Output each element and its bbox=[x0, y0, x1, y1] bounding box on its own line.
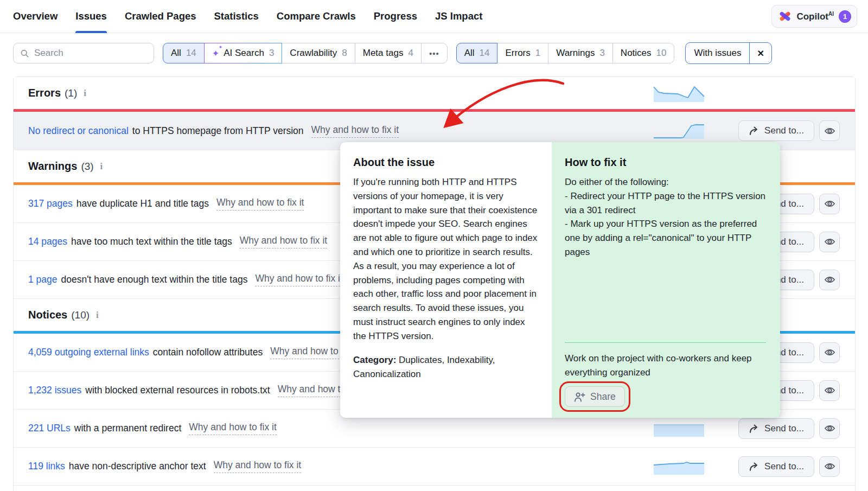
eye-icon bbox=[824, 346, 836, 359]
close-icon[interactable]: ✕ bbox=[749, 43, 771, 63]
issue-row-anchor-text[interactable]: 119 links have non-descriptive anchor te… bbox=[14, 448, 855, 486]
filter-bar: All14 ✦✦ AI Search3 Crawlability8 Meta t… bbox=[13, 43, 855, 63]
forward-arrow-icon bbox=[749, 126, 760, 136]
about-the-issue-panel: About the issue If you're running both H… bbox=[340, 142, 552, 418]
filter-all-severities[interactable]: All14 bbox=[456, 43, 498, 63]
copilot-label: CopilotAI bbox=[796, 11, 834, 22]
why-how-to-fix-link[interactable]: Why and how to fix it bbox=[189, 422, 276, 435]
errors-title: Errors bbox=[28, 87, 61, 99]
issue-link[interactable]: 317 pages bbox=[28, 198, 73, 209]
with-issues-filter-chip[interactable]: With issues ✕ bbox=[685, 42, 771, 64]
how-to-fix-panel: How to fix it Do either of the following… bbox=[552, 142, 780, 418]
view-details-button[interactable] bbox=[819, 270, 840, 290]
tab-overview[interactable]: Overview bbox=[13, 0, 58, 33]
info-icon[interactable]: i bbox=[84, 88, 86, 99]
view-details-button[interactable] bbox=[819, 194, 840, 214]
eye-icon bbox=[824, 125, 836, 137]
why-how-to-fix-link[interactable]: Why and how to fix it bbox=[216, 197, 304, 211]
view-details-button[interactable] bbox=[819, 380, 840, 401]
view-details-button[interactable] bbox=[819, 456, 840, 477]
sparkles-icon: ✦✦ bbox=[212, 48, 219, 59]
why-how-to-fix-link[interactable]: Why and how to fix it bbox=[311, 124, 399, 138]
trend-sparkline bbox=[653, 122, 705, 139]
tab-progress[interactable]: Progress bbox=[374, 0, 417, 33]
send-to-button[interactable]: Send to... bbox=[738, 120, 814, 141]
issue-link[interactable]: 119 links bbox=[28, 461, 65, 472]
search-input[interactable] bbox=[34, 48, 148, 59]
issue-link[interactable]: 1,232 issues bbox=[28, 385, 81, 396]
filter-warnings[interactable]: Warnings3 bbox=[548, 43, 613, 63]
fix-title: How to fix it bbox=[565, 156, 766, 169]
filter-crawlability[interactable]: Crawlability8 bbox=[282, 43, 355, 63]
divider bbox=[565, 342, 766, 343]
filter-notices[interactable]: Notices10 bbox=[612, 43, 675, 63]
view-details-button[interactable] bbox=[819, 342, 840, 363]
share-button[interactable]: Share bbox=[565, 386, 625, 407]
errors-count: (1) bbox=[65, 87, 77, 99]
send-to-button[interactable]: Send to... bbox=[738, 418, 814, 439]
eye-icon bbox=[824, 197, 836, 210]
trend-sparkline bbox=[653, 458, 705, 475]
issue-link[interactable]: 4,059 outgoing external links bbox=[28, 347, 149, 358]
search-icon bbox=[20, 48, 29, 59]
issue-link[interactable]: 14 pages bbox=[28, 236, 67, 247]
top-navigation: Overview Issues Crawled Pages Statistics… bbox=[0, 0, 868, 33]
tab-statistics[interactable]: Statistics bbox=[214, 0, 259, 33]
forward-arrow-icon bbox=[749, 424, 760, 433]
eye-icon bbox=[824, 273, 836, 286]
filter-meta-tags[interactable]: Meta tags4 bbox=[355, 43, 422, 63]
issue-link[interactable]: 1 page bbox=[28, 274, 58, 285]
about-title: About the issue bbox=[353, 156, 538, 169]
copilot-button[interactable]: CopilotAI 1 bbox=[771, 5, 857, 28]
filter-errors[interactable]: Errors1 bbox=[497, 43, 548, 63]
eye-icon bbox=[824, 422, 836, 435]
tab-issues[interactable]: Issues bbox=[75, 0, 107, 33]
warnings-count: (3) bbox=[81, 161, 93, 173]
copilot-count-badge: 1 bbox=[839, 10, 851, 23]
tab-compare-crawls[interactable]: Compare Crawls bbox=[277, 0, 356, 33]
why-how-to-fix-link[interactable]: Why and how to fix it bbox=[240, 235, 327, 248]
issue-category: Category: Duplicates, Indexability, Cano… bbox=[353, 353, 538, 381]
send-to-button[interactable]: Send to... bbox=[738, 456, 814, 477]
active-tab-underline bbox=[75, 31, 107, 33]
add-user-icon bbox=[574, 392, 585, 402]
category-filter-group: All14 ✦✦ AI Search3 Crawlability8 Meta t… bbox=[163, 43, 448, 63]
more-filters-button[interactable]: ••• bbox=[421, 43, 448, 63]
forward-arrow-icon bbox=[749, 462, 760, 471]
tab-js-impact[interactable]: JS Impact bbox=[435, 0, 482, 33]
view-details-button[interactable] bbox=[819, 232, 840, 252]
info-icon[interactable]: i bbox=[100, 161, 103, 172]
tab-crawled-pages[interactable]: Crawled Pages bbox=[125, 0, 196, 33]
search-box[interactable] bbox=[13, 43, 154, 63]
view-details-button[interactable] bbox=[819, 418, 840, 439]
info-icon[interactable]: i bbox=[96, 310, 99, 321]
filter-ai-search[interactable]: ✦✦ AI Search3 bbox=[204, 43, 283, 63]
severity-filter-group: All14 Errors1 Warnings3 Notices10 bbox=[456, 43, 675, 63]
eye-icon bbox=[824, 460, 836, 473]
eye-icon bbox=[824, 235, 836, 248]
ellipsis-icon: ••• bbox=[429, 49, 439, 58]
notices-title: Notices bbox=[28, 309, 67, 321]
filter-all-categories[interactable]: All14 bbox=[163, 43, 205, 63]
about-body: If you're running both HTTP and HTTPS ve… bbox=[353, 175, 538, 343]
issue-link[interactable]: 221 URLs bbox=[28, 423, 71, 434]
issue-link[interactable]: No redirect or canonical bbox=[28, 125, 129, 137]
trend-sparkline bbox=[653, 420, 705, 437]
issue-row-partial bbox=[14, 486, 855, 491]
why-how-to-fix-link[interactable]: Why and how to fix it bbox=[214, 460, 301, 473]
share-promo-text: Work on the project with co-workers and … bbox=[565, 352, 766, 380]
copilot-icon bbox=[778, 10, 792, 23]
issue-details-popup: About the issue If you're running both H… bbox=[340, 142, 780, 418]
why-how-to-fix-link[interactable]: Why and how to fix it bbox=[255, 273, 342, 286]
notices-count: (10) bbox=[71, 309, 90, 321]
eye-icon bbox=[824, 384, 836, 397]
warnings-title: Warnings bbox=[28, 160, 77, 173]
errors-section-header: Errors (1) i bbox=[14, 77, 855, 109]
view-details-button[interactable] bbox=[819, 120, 840, 141]
errors-trend-sparkline bbox=[653, 85, 705, 103]
